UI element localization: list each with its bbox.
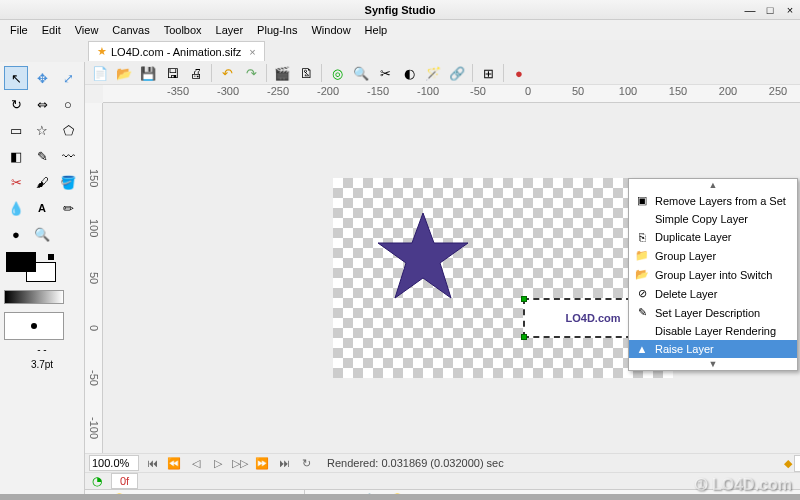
maximize-button[interactable]: □ bbox=[764, 4, 776, 16]
eyedrop-tool[interactable]: 💧 bbox=[4, 196, 28, 220]
zoom-input[interactable] bbox=[89, 455, 139, 471]
fill-color[interactable] bbox=[6, 252, 36, 272]
seek-next-icon[interactable]: ▷▷ bbox=[231, 454, 249, 472]
menu-layer[interactable]: Layer bbox=[210, 22, 250, 38]
color-swatches bbox=[4, 252, 80, 282]
scale-tool[interactable]: ⤢ bbox=[56, 66, 80, 90]
draw-tool[interactable]: 〰 bbox=[56, 144, 80, 168]
document-tab[interactable]: ★ LO4D.com - Animation.sifz × bbox=[88, 41, 265, 61]
layer-context-menu: ▲ ▣Remove Layers from a SetSimple Copy L… bbox=[628, 178, 798, 371]
dash-label: - - bbox=[4, 344, 80, 355]
seek-prev-kf-icon[interactable]: ⏪ bbox=[165, 454, 183, 472]
saveas-icon[interactable]: 🖫 bbox=[161, 62, 183, 84]
context-menu-item[interactable]: ▲Raise Layer bbox=[629, 340, 797, 358]
cut-icon[interactable]: ✂ bbox=[374, 62, 396, 84]
spline-tool[interactable]: ✎ bbox=[30, 144, 54, 168]
menu-scroll-up-icon[interactable]: ▲ bbox=[629, 179, 797, 191]
app-title: Synfig Studio bbox=[365, 4, 436, 16]
resize-handle[interactable] bbox=[521, 296, 527, 302]
context-menu-item[interactable]: ⊘Delete Layer bbox=[629, 284, 797, 303]
fill-tool[interactable]: 🪣 bbox=[56, 170, 80, 194]
transform-tool[interactable]: ↖ bbox=[4, 66, 28, 90]
seek-prev-icon[interactable]: ◁ bbox=[187, 454, 205, 472]
menu-window[interactable]: Window bbox=[305, 22, 356, 38]
menu-plugins[interactable]: Plug-Ins bbox=[251, 22, 303, 38]
gradient-tool[interactable]: ◧ bbox=[4, 144, 28, 168]
menu-edit[interactable]: Edit bbox=[36, 22, 67, 38]
gradient-preview[interactable] bbox=[4, 290, 64, 304]
close-button[interactable]: × bbox=[784, 4, 796, 16]
swap-colors-icon[interactable] bbox=[48, 254, 54, 260]
context-menu-item[interactable]: 📁Group Layer bbox=[629, 246, 797, 265]
link-icon[interactable]: 🔗 bbox=[446, 62, 468, 84]
resize-handle[interactable] bbox=[521, 334, 527, 340]
smooth-move-tool[interactable]: ✥ bbox=[30, 66, 54, 90]
star-icon: ★ bbox=[97, 45, 107, 58]
menu-help[interactable]: Help bbox=[359, 22, 394, 38]
context-menu-item[interactable]: ⎘Duplicate Layer bbox=[629, 228, 797, 246]
menu-scroll-down-icon[interactable]: ▼ bbox=[629, 358, 797, 370]
menu-view[interactable]: View bbox=[69, 22, 105, 38]
wand-icon[interactable]: 🪄 bbox=[422, 62, 444, 84]
onion-icon[interactable]: ◐ bbox=[398, 62, 420, 84]
new-icon[interactable]: 📄 bbox=[89, 62, 111, 84]
menu-file[interactable]: File bbox=[4, 22, 34, 38]
brush-size-label: 3.7pt bbox=[4, 359, 80, 370]
canvas-star-shape[interactable] bbox=[373, 208, 473, 308]
width-tool[interactable]: 🖌 bbox=[30, 170, 54, 194]
frame-label: 0f bbox=[111, 473, 138, 489]
seek-start-icon[interactable]: ⏮ bbox=[143, 454, 161, 472]
loop-icon[interactable]: ↻ bbox=[297, 454, 315, 472]
statusbar: ⏮ ⏪ ◁ ▷ ▷▷ ⏩ ⏭ ↻ Rendered: 0.031869 (0.0… bbox=[85, 453, 800, 472]
preview-icon[interactable]: 🖻 bbox=[295, 62, 317, 84]
context-menu-item[interactable]: Disable Layer Rendering bbox=[629, 322, 797, 340]
brush-preview[interactable] bbox=[4, 312, 64, 340]
seek-next-kf-icon[interactable]: ⏩ bbox=[253, 454, 271, 472]
context-menu-item[interactable]: Simple Copy Layer bbox=[629, 210, 797, 228]
menu-canvas[interactable]: Canvas bbox=[106, 22, 155, 38]
rotate-tool[interactable]: ↻ bbox=[4, 92, 28, 116]
render-icon[interactable]: 🎬 bbox=[271, 62, 293, 84]
render-status: Rendered: 0.031869 (0.032000) sec bbox=[327, 457, 504, 469]
text-tool[interactable]: A bbox=[30, 196, 54, 220]
redo-icon[interactable]: ↷ bbox=[240, 62, 262, 84]
close-tab-icon[interactable]: × bbox=[249, 46, 255, 58]
canvas[interactable]: LO4D.com bbox=[333, 178, 673, 378]
grid-icon[interactable]: ⊞ bbox=[477, 62, 499, 84]
interpolation-select[interactable]: Clamped bbox=[794, 455, 800, 472]
sb2-icon[interactable]: ◔ bbox=[89, 473, 105, 489]
saveall-icon[interactable]: 🖨 bbox=[185, 62, 207, 84]
toolbox: ↖ ✥ ⤢ ↻ ⇔ ○ ▭ ☆ ⬠ ◧ ✎ 〰 ✂ 🖌 🪣 💧 A ✏ ● 🔍 bbox=[0, 62, 85, 500]
zoom-icon[interactable]: 🔍 bbox=[350, 62, 372, 84]
open-icon[interactable]: 📂 bbox=[113, 62, 135, 84]
main-toolbar: 📄 📂 💾 🖫 🖨 ↶ ↷ 🎬 🖻 ◎ 🔍 ✂ ◐ 🪄 🔗 ⊞ ● bbox=[85, 62, 800, 85]
timeline-scrollbar[interactable] bbox=[0, 494, 800, 500]
cutout-tool[interactable]: ✂ bbox=[4, 170, 28, 194]
circle-tool[interactable]: ○ bbox=[56, 92, 80, 116]
star-tool[interactable]: ☆ bbox=[30, 118, 54, 142]
context-menu-item[interactable]: ✎Set Layer Description bbox=[629, 303, 797, 322]
ruler-vertical: 150100500-50-100 bbox=[85, 103, 103, 453]
zoom-tool[interactable]: 🔍 bbox=[30, 222, 54, 246]
sketch-tool[interactable]: ✏ bbox=[56, 196, 80, 220]
context-menu-item[interactable]: ▣Remove Layers from a Set bbox=[629, 191, 797, 210]
record-icon[interactable]: ● bbox=[508, 62, 530, 84]
polygon-tool[interactable]: ⬠ bbox=[56, 118, 80, 142]
document-tab-label: LO4D.com - Animation.sifz bbox=[111, 46, 241, 58]
watermark: ① LO4D.com bbox=[694, 475, 792, 494]
svg-marker-0 bbox=[378, 213, 468, 298]
target-icon[interactable]: ◎ bbox=[326, 62, 348, 84]
play-icon[interactable]: ▷ bbox=[209, 454, 227, 472]
save-icon[interactable]: 💾 bbox=[137, 62, 159, 84]
seek-end-icon[interactable]: ⏭ bbox=[275, 454, 293, 472]
rectangle-tool[interactable]: ▭ bbox=[4, 118, 28, 142]
mirror-tool[interactable]: ⇔ bbox=[30, 92, 54, 116]
interp-icon: ◆ bbox=[784, 457, 792, 470]
menu-toolbox[interactable]: Toolbox bbox=[158, 22, 208, 38]
undo-icon[interactable]: ↶ bbox=[216, 62, 238, 84]
context-menu-item[interactable]: 📂Group Layer into Switch bbox=[629, 265, 797, 284]
menubar: File Edit View Canvas Toolbox Layer Plug… bbox=[0, 20, 800, 40]
window-controls: — □ × bbox=[744, 4, 796, 16]
brush-tool[interactable]: ● bbox=[4, 222, 28, 246]
minimize-button[interactable]: — bbox=[744, 4, 756, 16]
